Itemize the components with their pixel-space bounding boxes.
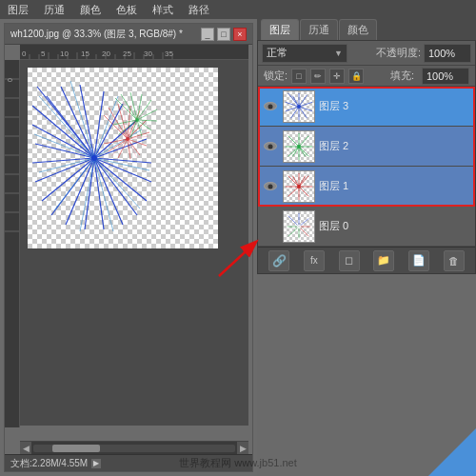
- lock-all-button[interactable]: 🔒: [348, 69, 364, 84]
- tab-layers[interactable]: 图层: [261, 19, 299, 40]
- fill-input[interactable]: 100%: [422, 68, 469, 85]
- delete-layer-button[interactable]: 🗑: [444, 250, 465, 271]
- create-group-button[interactable]: 📁: [373, 250, 394, 271]
- svg-text:5: 5: [41, 50, 46, 58]
- layer-thumbnail-0: [283, 210, 315, 243]
- minimize-button[interactable]: _: [201, 28, 214, 41]
- eye-icon-2: [264, 142, 277, 150]
- canvas-title-text: wh1200.jpg @ 33.3% (图层 3, RGB/8#) *: [10, 28, 183, 41]
- fill-value: 100%: [426, 70, 453, 82]
- lock-transparent-button[interactable]: □: [291, 69, 307, 84]
- svg-line-136: [288, 215, 299, 226]
- layer-item-3[interactable]: 图层 3: [258, 87, 475, 127]
- scroll-right-button[interactable]: ▶: [237, 442, 248, 455]
- close-button[interactable]: ×: [233, 28, 247, 41]
- layer-item-2[interactable]: 图层 2: [258, 127, 475, 167]
- menu-bar: 图层 历通 颜色 色板 样式 路径: [0, 0, 476, 19]
- svg-line-82: [123, 102, 128, 139]
- svg-text:30: 30: [144, 50, 152, 58]
- eye-icon-3: [264, 102, 277, 110]
- canvas-title-bar: wh1200.jpg @ 33.3% (图层 3, RGB/8#) * _ □ …: [5, 24, 252, 45]
- svg-line-67: [70, 81, 94, 158]
- menu-history[interactable]: 历通: [40, 3, 69, 17]
- lock-icons: □ ✏ ✛ 🔒: [291, 69, 364, 84]
- tab-history[interactable]: 历通: [300, 19, 338, 40]
- opacity-row: 不透明度: 100%: [376, 44, 471, 63]
- lock-position-button[interactable]: ✛: [329, 69, 345, 84]
- svg-line-108: [299, 107, 312, 111]
- canvas-area: wh1200.jpg @ 33.3% (图层 3, RGB/8#) * _ □ …: [0, 19, 257, 476]
- opacity-value: 100%: [428, 48, 455, 59]
- svg-line-104: [286, 107, 299, 111]
- svg-text:0: 0: [22, 50, 27, 58]
- svg-line-57: [39, 96, 94, 158]
- svg-line-129: [299, 187, 308, 196]
- layer-name-0: 图层 0: [319, 219, 471, 233]
- link-layers-button[interactable]: 🔗: [268, 250, 289, 271]
- opacity-input[interactable]: 100%: [424, 44, 471, 63]
- layer-eye-0[interactable]: [262, 218, 279, 235]
- main-layout: wh1200.jpg @ 33.3% (图层 3, RGB/8#) * _ □ …: [0, 19, 476, 476]
- layer-name-1: 图层 1: [319, 179, 471, 193]
- blend-mode-value: 正常: [267, 46, 288, 60]
- svg-point-135: [297, 185, 301, 188]
- opacity-label: 不透明度:: [376, 46, 421, 60]
- menu-styles[interactable]: 样式: [149, 3, 177, 17]
- svg-line-114: [288, 135, 299, 146]
- layer-item-1[interactable]: 图层 1: [258, 167, 475, 207]
- scroll-left-button[interactable]: ◀: [20, 442, 31, 455]
- window-controls: _ □ ×: [201, 28, 247, 41]
- fill-label: 填充:: [390, 69, 414, 83]
- ruler-top: 0 5 10 15 20 25 30 35: [20, 45, 248, 60]
- svg-line-94: [137, 120, 151, 130]
- thumb-svg-3: [284, 91, 314, 122]
- svg-line-110: [299, 94, 307, 106]
- lock-pixels-button[interactable]: ✏: [310, 69, 326, 84]
- layer-bottom-bar: 🔗 fx ◻ 📁 📄 🗑: [258, 247, 475, 273]
- menu-swatches[interactable]: 色板: [112, 3, 141, 17]
- corner-decoration: [428, 428, 476, 476]
- layer-eye-2[interactable]: [262, 138, 279, 155]
- add-mask-button[interactable]: ◻: [339, 250, 360, 271]
- status-expand-button[interactable]: ▶: [91, 459, 101, 468]
- watermark: 世界教程网 www.jb51.net: [179, 456, 296, 470]
- canvas-content: 0 5 10 15 20 25 30 35: [5, 45, 252, 454]
- svg-line-50: [94, 139, 147, 158]
- menu-layers[interactable]: 图层: [4, 3, 32, 17]
- svg-line-61: [80, 158, 94, 231]
- eye-icon-1: [264, 182, 277, 190]
- svg-point-144: [297, 224, 302, 228]
- svg-line-105: [291, 107, 299, 118]
- layer-eye-3[interactable]: [262, 98, 279, 115]
- svg-line-87: [115, 98, 137, 120]
- svg-line-89: [130, 92, 137, 120]
- canvas-viewport[interactable]: [20, 60, 248, 426]
- blend-mode-select[interactable]: 正常 ▼: [262, 44, 347, 63]
- svg-line-109: [299, 102, 312, 107]
- menu-paths[interactable]: 路径: [185, 3, 213, 17]
- menu-color[interactable]: 颜色: [76, 3, 105, 17]
- thumb-svg-0: [284, 211, 314, 242]
- scroll-thumb-h[interactable]: [52, 445, 100, 452]
- layer-name-3: 图层 3: [319, 99, 471, 113]
- layer-thumbnail-3: [283, 90, 315, 123]
- layer-list: 图层 3: [258, 87, 475, 247]
- svg-point-113: [297, 105, 301, 109]
- layer-name-2: 图层 2: [319, 139, 471, 153]
- svg-line-36: [32, 125, 94, 158]
- layer-effects-button[interactable]: fx: [304, 250, 325, 271]
- tab-color[interactable]: 颜色: [339, 19, 377, 40]
- svg-line-66: [94, 96, 118, 158]
- ruler-left: 0: [5, 60, 20, 427]
- scrollbar-horizontal[interactable]: ◀ ▶: [20, 441, 248, 454]
- layer-eye-1[interactable]: [262, 178, 279, 195]
- svg-text:15: 15: [81, 50, 89, 58]
- layer-item-0[interactable]: 图层 0: [258, 207, 475, 247]
- fireworks-image: [28, 68, 218, 248]
- layers-panel: 正常 ▼ 不透明度: 100% 锁定: □ ✏ ✛ 🔒: [257, 40, 476, 274]
- maximize-button[interactable]: □: [217, 28, 230, 41]
- svg-line-47: [94, 158, 147, 201]
- svg-line-120: [299, 135, 308, 146]
- status-text: 文档:2.28M/4.55M: [10, 457, 88, 470]
- create-layer-button[interactable]: 📄: [408, 250, 429, 271]
